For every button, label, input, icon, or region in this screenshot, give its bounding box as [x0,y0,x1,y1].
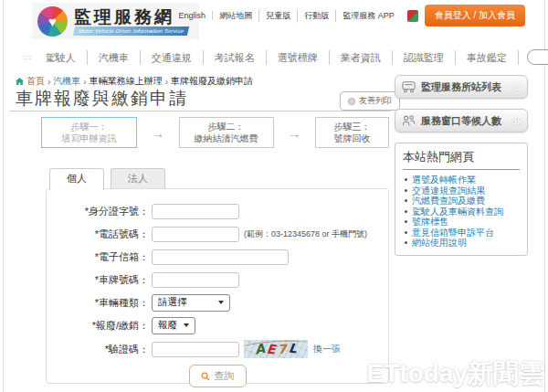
hot-link-fuel-fee[interactable]: 汽燃費查詢及繳費 [403,196,520,207]
nav-search-input[interactable] [527,49,548,65]
nav-item-plate-selection[interactable]: 選號標牌 [267,50,330,65]
submit-query-button[interactable]: 查詢 [189,365,247,387]
nav-item-about-dmv[interactable]: 認識監理 [393,50,456,65]
nav-item-vehicles[interactable]: 汽機車 [88,50,141,65]
breadcrumb-online-services[interactable]: 車輛業務線上辦理 [90,75,163,88]
nav-item-accident-appraisal[interactable]: 事故鑑定 [456,50,519,65]
breadcrumb-current: 車牌報廢及繳銷申請 [171,75,253,88]
service-stations-button[interactable]: 監理服務所站列表 » [395,75,528,99]
applicant-type-tabs: 個人 法人 [49,168,165,190]
captcha-char: 7 [277,343,287,356]
nav-item-drivers[interactable]: 駕駛人 [35,50,88,65]
car-icon [402,80,416,93]
phone-hint: (範例：03-12345678 or 手機門號) [244,228,367,240]
top-link-sitemap[interactable]: 網站地圖 [213,10,259,22]
step-3-no: 步驟三： [334,121,371,132]
tab-corporate[interactable]: 法人 [111,168,165,188]
member-login-button[interactable]: 會員登入 / 加入會員 [425,5,525,26]
captcha-label: *驗證碼： [47,343,149,356]
step-2-no: 步驟二： [208,121,245,132]
site-subtitle: Motor Vehicle Driver Information Service [73,26,190,36]
scrap-type-value: 報廢 [158,319,177,332]
captcha-refresh-link[interactable]: 換一張 [313,343,341,355]
nav-item-exam-registration[interactable]: 考試報名 [204,50,267,65]
top-link-mobile[interactable]: 行動版 [298,10,336,22]
home-icon [16,78,24,86]
step-2-pay-fuel-fee: 步驟二： 繳納結清汽燃費 [179,117,274,148]
main-nav: ::: 駕駛人 汽機車 交通違規 考試報名 選號標牌 業者資訊 認識監理 事故鑑… [24,48,548,67]
breadcrumb-separator: › [47,77,50,87]
captcha-char: L [288,341,298,355]
waiting-count-label: 服務窗口等候人數 [421,114,508,128]
form-row-scrap-type: *報廢/繳銷： 報廢 [47,317,388,334]
phone-label: *電話號碼： [47,228,149,241]
captcha-image: A E 7 L [244,340,308,358]
double-arrow-icon: » [513,114,521,127]
captcha-input[interactable] [152,342,239,357]
top-link-kids[interactable]: 兒童版 [259,10,298,22]
captcha-char: E [267,343,277,356]
double-arrow-icon: » [513,80,521,93]
hot-pages-list: 選號及轉帳作業 交通違規查詢結果 汽燃費查詢及繳費 駕駛人及車輛資料查詢 號牌標… [403,175,520,249]
plate-number-input[interactable] [152,272,239,288]
accessibility-badge-icon [407,10,418,22]
vehicle-type-value: 請選擇 [158,296,187,309]
page-title: 車牌報廢與繳銷申請 [16,87,188,111]
id-number-input[interactable] [152,204,239,219]
id-number-label: *身分證字號： [47,205,149,218]
submit-query-label: 查詢 [215,369,235,383]
tab-personal[interactable]: 個人 [49,168,104,190]
breadcrumb-vehicles[interactable]: 汽機車 [53,75,80,88]
wizard-steps: 步驟一： 填寫申辦資訊 → 步驟二： 繳納結清汽燃費 → 步驟三： 號牌回收 [41,117,389,148]
nav-item-traffic-violations[interactable]: 交通違規 [141,50,204,65]
print-icon [348,98,355,105]
breadcrumb-separator: › [83,77,86,87]
captcha-char: A [254,342,266,356]
accessibility-mark: ::: [157,12,166,20]
print-button-label: 友善列印 [359,95,392,107]
form-row-email: *電子信箱： [47,249,388,265]
chevron-down-icon [218,301,224,304]
hot-link-violation-results[interactable]: 交通違規查詢結果 [403,185,520,196]
top-link-app[interactable]: 監理服務 APP [336,10,401,22]
top-link-english[interactable]: English [173,11,214,20]
step-1-label: 填寫申辦資訊 [62,132,117,144]
vehicle-type-label: *車輛種類： [47,296,149,310]
form-row-vehicle-type: *車輛種類： 請選擇 [47,294,388,311]
breadcrumb-home[interactable]: 首頁 [26,75,45,88]
form-row-plate: *車牌號碼： [47,271,388,288]
scrap-type-select[interactable]: 報廢 [152,317,195,334]
header-utility-bar: ::: English 網站地圖 兒童版 行動版 監理服務 APP 會員登入 /… [157,5,525,26]
hot-link-feedback-platform[interactable]: 意見信箱暨申訴平台 [403,228,520,238]
step-1-no: 步驟一： [71,121,108,132]
top-links: English 網站地圖 兒童版 行動版 監理服務 APP [173,10,401,22]
ettoday-watermark: ETtoday新聞雲 [367,356,544,391]
waiting-count-button[interactable]: 服務窗口等候人數 » [395,109,528,132]
scrap-type-label: *報廢/繳銷： [47,319,149,333]
hot-pages-title: 本站熱門網頁 [403,149,520,170]
step-arrow-icon: → [274,125,316,141]
form-row-captcha: *驗證碼： A E 7 L 換一張 [47,340,388,358]
phone-input[interactable] [152,227,239,242]
breadcrumb-separator: › [165,77,168,87]
form-row-id: *身分證字號： [47,203,388,219]
breadcrumb: 首頁 › 汽機車 › 車輛業務線上辦理 › 車牌報廢及繳銷申請 [16,75,253,88]
step-3-label: 號牌回收 [334,132,371,144]
hot-link-driver-vehicle-data[interactable]: 駕駛人及車輛資料查詢 [403,207,520,217]
hot-pages-box: 本站熱門網頁 選號及轉帳作業 交通違規查詢結果 汽燃費查詢及繳費 駕駛人及車輛資… [395,143,528,256]
submit-row: 查詢 [47,365,388,387]
vehicle-type-select[interactable]: 請選擇 [152,294,230,312]
application-form-panel: *身分證字號： *電話號碼： (範例：03-12345678 or 手機門號) … [46,188,389,384]
nav-item-business-info[interactable]: 業者資訊 [330,50,393,65]
step-1-fill-info: 步驟一： 填寫申辦資訊 [41,117,137,148]
right-sidebar: 監理服務所站列表 » 服務窗口等候人數 » 本站熱門網頁 選號及轉帳作業 交通違… [395,75,528,256]
plate-number-label: *車牌號碼： [47,273,149,287]
hot-link-plate-auction[interactable]: 號牌標售 [403,217,520,228]
people-icon [402,114,416,127]
email-input[interactable] [152,249,289,265]
search-icon [201,372,210,381]
hot-link-site-help[interactable]: 網站使用說明 [403,238,520,249]
friendly-print-button[interactable]: 友善列印 [340,91,400,111]
hot-link-plate-number-transfer[interactable]: 選號及轉帳作業 [403,175,520,185]
form-row-phone: *電話號碼： (範例：03-12345678 or 手機門號) [47,226,388,242]
